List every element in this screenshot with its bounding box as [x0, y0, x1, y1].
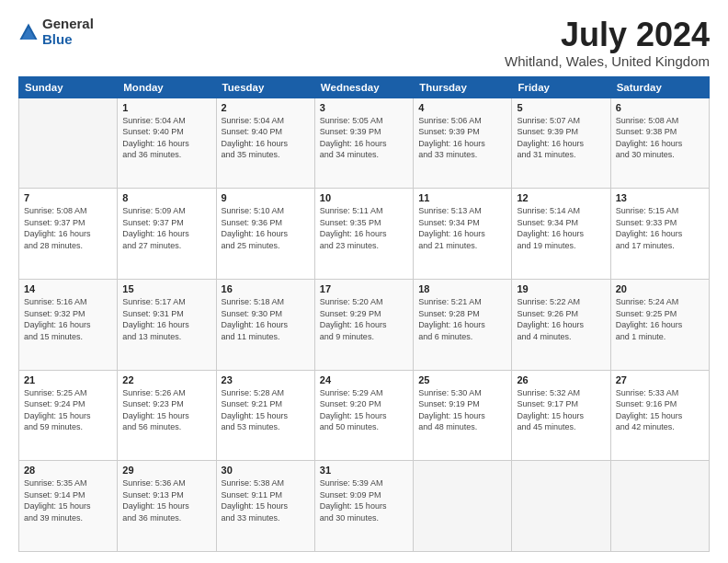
header-cell-friday: Friday	[512, 76, 610, 98]
day-info: Sunrise: 5:16 AM Sunset: 9:32 PM Dayligh…	[24, 296, 112, 342]
day-info: Sunrise: 5:07 AM Sunset: 9:39 PM Dayligh…	[517, 115, 605, 161]
calendar-header: SundayMondayTuesdayWednesdayThursdayFrid…	[19, 76, 710, 98]
day-number: 13	[616, 192, 704, 203]
day-number: 25	[418, 374, 506, 385]
day-number: 20	[616, 283, 704, 294]
logo-icon	[18, 22, 39, 42]
day-info: Sunrise: 5:09 AM Sunset: 9:37 PM Dayligh…	[122, 205, 210, 251]
day-number: 27	[616, 374, 704, 385]
day-info: Sunrise: 5:35 AM Sunset: 9:14 PM Dayligh…	[24, 477, 112, 523]
calendar-cell: 4Sunrise: 5:06 AM Sunset: 9:39 PM Daylig…	[414, 98, 512, 189]
day-number: 5	[517, 102, 605, 113]
day-info: Sunrise: 5:25 AM Sunset: 9:24 PM Dayligh…	[24, 387, 112, 433]
calendar-cell: 31Sunrise: 5:39 AM Sunset: 9:09 PM Dayli…	[314, 461, 413, 552]
calendar-cell: 17Sunrise: 5:20 AM Sunset: 9:29 PM Dayli…	[314, 279, 413, 370]
calendar-cell: 6Sunrise: 5:08 AM Sunset: 9:38 PM Daylig…	[610, 98, 709, 189]
day-info: Sunrise: 5:29 AM Sunset: 9:20 PM Dayligh…	[320, 387, 408, 433]
day-number: 31	[320, 465, 408, 476]
calendar-cell: 7Sunrise: 5:08 AM Sunset: 9:37 PM Daylig…	[19, 189, 118, 280]
calendar-cell: 10Sunrise: 5:11 AM Sunset: 9:35 PM Dayli…	[314, 189, 413, 280]
day-info: Sunrise: 5:04 AM Sunset: 9:40 PM Dayligh…	[122, 115, 210, 161]
calendar-cell: 16Sunrise: 5:18 AM Sunset: 9:30 PM Dayli…	[216, 279, 314, 370]
day-info: Sunrise: 5:06 AM Sunset: 9:39 PM Dayligh…	[418, 115, 506, 161]
week-row-1: 7Sunrise: 5:08 AM Sunset: 9:37 PM Daylig…	[19, 189, 710, 280]
day-number: 23	[222, 374, 310, 385]
day-number: 12	[517, 192, 605, 203]
calendar-cell: 26Sunrise: 5:32 AM Sunset: 9:17 PM Dayli…	[512, 370, 610, 461]
day-number: 10	[320, 192, 408, 203]
day-number: 3	[320, 102, 408, 113]
calendar-cell: 12Sunrise: 5:14 AM Sunset: 9:34 PM Dayli…	[512, 189, 610, 280]
calendar-cell: 22Sunrise: 5:26 AM Sunset: 9:23 PM Dayli…	[118, 370, 216, 461]
calendar-cell: 5Sunrise: 5:07 AM Sunset: 9:39 PM Daylig…	[512, 98, 610, 189]
day-info: Sunrise: 5:13 AM Sunset: 9:34 PM Dayligh…	[418, 205, 506, 251]
day-number: 4	[418, 102, 506, 113]
day-number: 1	[122, 102, 210, 113]
calendar-table: SundayMondayTuesdayWednesdayThursdayFrid…	[18, 76, 710, 552]
header: General Blue July 2024 Whitland, Wales, …	[18, 17, 710, 69]
day-number: 21	[24, 374, 112, 385]
calendar-cell: 13Sunrise: 5:15 AM Sunset: 9:33 PM Dayli…	[610, 189, 709, 280]
day-info: Sunrise: 5:33 AM Sunset: 9:16 PM Dayligh…	[616, 387, 704, 433]
day-number: 2	[222, 102, 310, 113]
header-cell-sunday: Sunday	[19, 76, 118, 98]
header-cell-saturday: Saturday	[610, 76, 709, 98]
month-title: July 2024	[505, 17, 710, 53]
calendar-cell: 25Sunrise: 5:30 AM Sunset: 9:19 PM Dayli…	[414, 370, 512, 461]
day-info: Sunrise: 5:22 AM Sunset: 9:26 PM Dayligh…	[517, 296, 605, 342]
calendar-cell	[19, 98, 118, 189]
week-row-2: 14Sunrise: 5:16 AM Sunset: 9:32 PM Dayli…	[19, 279, 710, 370]
header-cell-tuesday: Tuesday	[216, 76, 314, 98]
calendar-cell	[512, 461, 610, 552]
day-number: 17	[320, 283, 408, 294]
logo-blue: Blue	[42, 32, 94, 48]
day-info: Sunrise: 5:26 AM Sunset: 9:23 PM Dayligh…	[122, 387, 210, 433]
day-info: Sunrise: 5:11 AM Sunset: 9:35 PM Dayligh…	[320, 205, 408, 251]
calendar-cell: 11Sunrise: 5:13 AM Sunset: 9:34 PM Dayli…	[414, 189, 512, 280]
day-number: 11	[418, 192, 506, 203]
title-block: July 2024 Whitland, Wales, United Kingdo…	[505, 17, 710, 69]
calendar-cell: 2Sunrise: 5:04 AM Sunset: 9:40 PM Daylig…	[216, 98, 314, 189]
day-info: Sunrise: 5:18 AM Sunset: 9:30 PM Dayligh…	[222, 296, 310, 342]
week-row-3: 21Sunrise: 5:25 AM Sunset: 9:24 PM Dayli…	[19, 370, 710, 461]
day-info: Sunrise: 5:36 AM Sunset: 9:13 PM Dayligh…	[122, 477, 210, 523]
calendar-cell: 3Sunrise: 5:05 AM Sunset: 9:39 PM Daylig…	[314, 98, 413, 189]
calendar-cell: 21Sunrise: 5:25 AM Sunset: 9:24 PM Dayli…	[19, 370, 118, 461]
day-info: Sunrise: 5:20 AM Sunset: 9:29 PM Dayligh…	[320, 296, 408, 342]
day-info: Sunrise: 5:08 AM Sunset: 9:37 PM Dayligh…	[24, 205, 112, 251]
calendar-cell: 19Sunrise: 5:22 AM Sunset: 9:26 PM Dayli…	[512, 279, 610, 370]
day-number: 22	[122, 374, 210, 385]
calendar-cell: 1Sunrise: 5:04 AM Sunset: 9:40 PM Daylig…	[118, 98, 216, 189]
day-info: Sunrise: 5:04 AM Sunset: 9:40 PM Dayligh…	[222, 115, 310, 161]
day-number: 29	[122, 465, 210, 476]
day-number: 24	[320, 374, 408, 385]
day-number: 30	[222, 465, 310, 476]
calendar-cell: 14Sunrise: 5:16 AM Sunset: 9:32 PM Dayli…	[19, 279, 118, 370]
header-cell-wednesday: Wednesday	[314, 76, 413, 98]
logo: General Blue	[18, 17, 94, 47]
calendar-cell: 27Sunrise: 5:33 AM Sunset: 9:16 PM Dayli…	[610, 370, 709, 461]
calendar-cell: 30Sunrise: 5:38 AM Sunset: 9:11 PM Dayli…	[216, 461, 314, 552]
day-number: 18	[418, 283, 506, 294]
day-info: Sunrise: 5:38 AM Sunset: 9:11 PM Dayligh…	[222, 477, 310, 523]
page: General Blue July 2024 Whitland, Wales, …	[0, 0, 728, 563]
day-number: 9	[222, 192, 310, 203]
calendar-cell	[414, 461, 512, 552]
day-info: Sunrise: 5:08 AM Sunset: 9:38 PM Dayligh…	[616, 115, 704, 161]
day-number: 14	[24, 283, 112, 294]
week-row-0: 1Sunrise: 5:04 AM Sunset: 9:40 PM Daylig…	[19, 98, 710, 189]
day-info: Sunrise: 5:10 AM Sunset: 9:36 PM Dayligh…	[222, 205, 310, 251]
day-info: Sunrise: 5:28 AM Sunset: 9:21 PM Dayligh…	[222, 387, 310, 433]
header-cell-monday: Monday	[118, 76, 216, 98]
day-number: 28	[24, 465, 112, 476]
day-number: 16	[222, 283, 310, 294]
day-number: 6	[616, 102, 704, 113]
week-row-4: 28Sunrise: 5:35 AM Sunset: 9:14 PM Dayli…	[19, 461, 710, 552]
day-info: Sunrise: 5:21 AM Sunset: 9:28 PM Dayligh…	[418, 296, 506, 342]
header-cell-thursday: Thursday	[414, 76, 512, 98]
calendar-cell: 29Sunrise: 5:36 AM Sunset: 9:13 PM Dayli…	[118, 461, 216, 552]
day-info: Sunrise: 5:14 AM Sunset: 9:34 PM Dayligh…	[517, 205, 605, 251]
day-info: Sunrise: 5:39 AM Sunset: 9:09 PM Dayligh…	[320, 477, 408, 523]
calendar-cell: 18Sunrise: 5:21 AM Sunset: 9:28 PM Dayli…	[414, 279, 512, 370]
header-row: SundayMondayTuesdayWednesdayThursdayFrid…	[19, 76, 710, 98]
